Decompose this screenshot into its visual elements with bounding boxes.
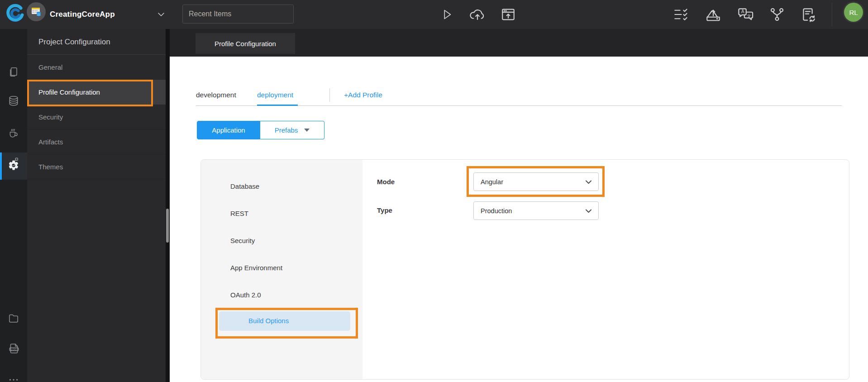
tab-profile-configuration[interactable]: Profile Configuration (196, 33, 295, 54)
project-switcher-chevron-down-icon[interactable] (157, 11, 166, 18)
nav-item-database[interactable]: Database (230, 181, 259, 192)
project-type-icon (30, 6, 42, 18)
java-services-icon[interactable] (8, 126, 20, 139)
workspace-tab-bar: Profile Configuration (170, 29, 868, 57)
panel-scrollbar-track (166, 29, 170, 382)
studio-window: CreatingCoreApp (0, 0, 868, 382)
database-icon[interactable] (8, 95, 19, 107)
panel-title: Project Configuration (27, 29, 166, 55)
sidebar-item-themes[interactable]: Themes (27, 154, 166, 179)
prefabs-caret-down-icon (304, 129, 310, 132)
main-content: Profile Configuration development deploy… (170, 29, 868, 382)
rail-active-indicator (0, 153, 2, 180)
topbar-divider (832, 3, 832, 26)
settings-icon[interactable] (8, 159, 19, 171)
sidebar-item-security[interactable]: Security (27, 105, 166, 129)
user-avatar[interactable]: RL (843, 1, 864, 23)
pages-icon[interactable] (8, 66, 19, 78)
toggle-prefabs-button[interactable]: Prefabs (260, 121, 324, 139)
wavemaker-logo-icon[interactable] (5, 4, 24, 23)
toggle-application-button[interactable]: Application (197, 121, 260, 139)
scope-toggle: Application Prefabs (197, 121, 324, 139)
chevron-down-icon (585, 209, 592, 213)
nav-item-build-options[interactable]: Build Options (219, 311, 350, 331)
user-initials: RL (844, 3, 863, 22)
type-label: Type (377, 205, 392, 215)
run-icon[interactable] (439, 8, 453, 21)
tab-deployment[interactable]: deployment (257, 86, 293, 104)
left-icon-rail: LOG (0, 29, 27, 382)
preview-icon[interactable] (501, 7, 516, 22)
logs-icon[interactable]: LOG (8, 342, 20, 355)
file-explorer-icon[interactable] (8, 312, 19, 324)
checklist-icon[interactable] (673, 8, 690, 21)
mode-select[interactable]: Angular (473, 172, 599, 191)
cloud-deploy-icon[interactable] (469, 7, 486, 22)
chevron-down-icon (585, 180, 592, 184)
svg-text:A: A (741, 9, 744, 14)
top-bar: CreatingCoreApp (0, 0, 868, 29)
add-profile-button[interactable]: +Add Profile (344, 86, 382, 104)
type-select[interactable]: Production (473, 201, 599, 220)
project-name: CreatingCoreApp (50, 0, 115, 29)
panel-scrollbar-thumb[interactable] (166, 209, 169, 243)
nav-item-rest[interactable]: REST (230, 208, 248, 219)
sidebar-item-general[interactable]: General (27, 55, 166, 80)
more-icon[interactable] (8, 374, 19, 382)
version-control-icon[interactable] (769, 7, 785, 22)
project-configuration-panel: Project Configuration General Profile Co… (27, 29, 166, 382)
sync-logs-icon[interactable] (800, 7, 817, 22)
sidebar-item-artifacts[interactable]: Artifacts (27, 129, 166, 154)
svg-text:文: 文 (747, 14, 751, 19)
settings-nav: Database REST Security App Environment O… (201, 160, 362, 379)
tabs-divider (329, 88, 330, 102)
sidebar-item-profile-configuration[interactable]: Profile Configuration (27, 80, 166, 105)
project-avatar[interactable] (27, 2, 46, 21)
nav-item-app-environment[interactable]: App Environment (230, 263, 282, 273)
recent-items-input[interactable] (182, 5, 294, 24)
localization-icon[interactable]: A 文 (737, 7, 754, 22)
active-tab-underline (257, 105, 298, 106)
nav-item-security[interactable]: Security (230, 235, 255, 246)
build-options-card: Database REST Security App Environment O… (200, 159, 849, 380)
export-icon[interactable] (705, 7, 721, 22)
svg-text:LOG: LOG (11, 348, 17, 351)
nav-item-oauth[interactable]: OAuth 2.0 (230, 290, 261, 301)
mode-label: Mode (377, 177, 395, 187)
tab-development[interactable]: development (196, 86, 236, 104)
